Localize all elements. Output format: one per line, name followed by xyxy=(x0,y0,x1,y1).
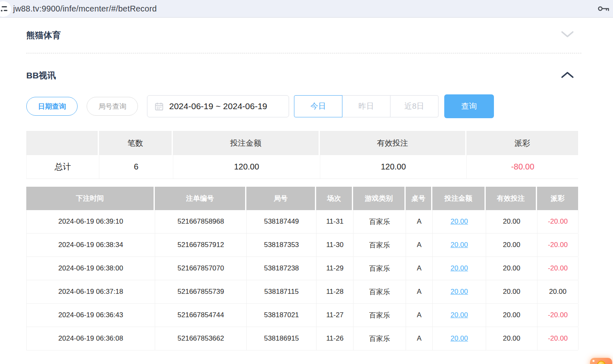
bet-amount-link[interactable]: 20.00 xyxy=(450,264,468,272)
game-type-cell: 百家乐 xyxy=(354,210,406,233)
table-row: 2024-06-19 06:36:08521667853662538186915… xyxy=(27,327,578,350)
bet-amount-cell: 20.00 xyxy=(433,210,486,233)
floating-promo-button[interactable] xyxy=(590,358,612,364)
bet-time-cell: 2024-06-19 06:38:00 xyxy=(27,257,155,280)
summary-bet-amount-value: 120.00 xyxy=(173,155,320,179)
valid-bet-cell: 20.00 xyxy=(486,257,537,280)
valid-bet-cell: 20.00 xyxy=(486,327,537,350)
section-panda-title: 熊猫体育 xyxy=(26,30,61,41)
browser-address-bar[interactable]: jw88.tv:9900/infe/mcenter/#/betRecord xyxy=(0,0,613,18)
session-cell: 11-30 xyxy=(317,234,354,256)
session-cell: 11-26 xyxy=(317,327,354,350)
section-bb-title: BB视讯 xyxy=(26,70,56,81)
table-no-cell: A xyxy=(406,304,433,327)
bet-amount-link[interactable]: 20.00 xyxy=(450,334,468,343)
col-header-table-no: 桌号 xyxy=(406,187,432,210)
valid-bet-cell: 20.00 xyxy=(486,234,537,256)
table-no-cell: A xyxy=(406,234,433,256)
round-no-cell: 538186915 xyxy=(247,327,317,350)
table-row: 2024-06-19 06:38:34521667857912538187353… xyxy=(27,234,578,257)
table-no-cell: A xyxy=(406,280,433,303)
game-type-cell: 百家乐 xyxy=(354,257,406,280)
bet-amount-cell: 20.00 xyxy=(433,327,486,350)
round-no-cell: 538187238 xyxy=(247,257,317,280)
bet-amount-cell: 20.00 xyxy=(433,234,486,256)
col-header-valid-bet: 有效投注 xyxy=(486,187,537,210)
game-type-cell: 百家乐 xyxy=(354,304,406,327)
date-range-value: 2024-06-19 ~ 2024-06-19 xyxy=(169,101,267,111)
bet-amount-cell: 20.00 xyxy=(433,257,486,280)
col-header-session: 场次 xyxy=(316,187,353,210)
bet-amount-cell: 20.00 xyxy=(433,280,486,303)
bet-id-cell: 521667858968 xyxy=(155,210,247,233)
bet-time-cell: 2024-06-19 06:38:34 xyxy=(27,234,155,256)
round-no-cell: 538187353 xyxy=(247,234,317,256)
chevron-up-icon[interactable] xyxy=(561,71,574,80)
chevron-down-icon[interactable] xyxy=(561,31,574,40)
summary-header-valid-bet: 有效投注 xyxy=(320,131,466,155)
site-favicon-icon[interactable] xyxy=(0,1,11,17)
round-no-cell: 538187021 xyxy=(247,304,317,327)
session-cell: 11-31 xyxy=(317,210,354,233)
summary-total-label: 总计 xyxy=(27,155,99,179)
payout-cell: -20.00 xyxy=(537,304,579,327)
summary-payout-value: -80.00 xyxy=(467,155,579,179)
filter-toolbar: 日期查询 局号查询 2024-06-19 ~ 2024-06-19 今日 xyxy=(26,94,578,118)
summary-header-blank xyxy=(26,131,99,155)
query-button[interactable]: 查询 xyxy=(444,94,494,118)
today-button[interactable]: 今日 xyxy=(294,95,342,117)
round-no-cell: 538187449 xyxy=(247,210,317,233)
summary-valid-bet-value: 120.00 xyxy=(320,155,467,179)
bet-amount-link[interactable]: 20.00 xyxy=(450,288,468,296)
table-row: 2024-06-19 06:36:43521667854744538187021… xyxy=(27,304,578,327)
bet-id-cell: 521667853662 xyxy=(155,327,247,350)
sparkle-dot xyxy=(592,360,595,362)
table-no-cell: A xyxy=(406,257,433,280)
bet-time-cell: 2024-06-19 06:37:18 xyxy=(27,280,155,303)
bet-amount-link[interactable]: 20.00 xyxy=(450,241,468,249)
payout-cell: -20.00 xyxy=(537,327,579,350)
summary-total-row: 总计 6 120.00 120.00 -80.00 xyxy=(26,155,578,179)
col-header-payout: 派彩 xyxy=(537,187,578,210)
quick-range-group: 今日 昨日 近8日 xyxy=(294,95,439,117)
summary-header-row: 笔数 投注金额 有效投注 派彩 xyxy=(26,131,578,155)
valid-bet-cell: 20.00 xyxy=(486,210,537,233)
bet-table-header: 下注时间 注单编号 局号 场次 游戏类别 桌号 投注金额 有效投注 派彩 xyxy=(26,187,578,210)
col-header-bet-time: 下注时间 xyxy=(26,187,155,210)
gold-coin-icon xyxy=(597,361,606,364)
table-row: 2024-06-19 06:38:00521667857070538187238… xyxy=(27,257,578,280)
table-row: 2024-06-19 06:37:18521667855739538187115… xyxy=(27,280,578,304)
url-text[interactable]: jw88.tv:9900/infe/mcenter/#/betRecord xyxy=(13,4,157,14)
payout-cell: -20.00 xyxy=(537,210,579,233)
date-range-picker[interactable]: 2024-06-19 ~ 2024-06-19 xyxy=(147,95,289,117)
bet-time-cell: 2024-06-19 06:36:08 xyxy=(27,327,155,350)
bet-time-cell: 2024-06-19 06:39:10 xyxy=(27,210,155,233)
col-header-round-no: 局号 xyxy=(246,187,316,210)
key-icon[interactable] xyxy=(597,5,610,14)
payout-cell: -20.00 xyxy=(537,257,579,280)
session-cell: 11-28 xyxy=(317,280,354,303)
round-no-cell: 538187115 xyxy=(247,280,317,303)
date-query-tab[interactable]: 日期查询 xyxy=(26,97,78,116)
bet-time-cell: 2024-06-19 06:36:43 xyxy=(27,304,155,327)
bet-amount-link[interactable]: 20.00 xyxy=(450,217,468,226)
game-type-cell: 百家乐 xyxy=(354,234,406,256)
summary-header-count: 笔数 xyxy=(99,131,173,155)
session-cell: 11-29 xyxy=(317,257,354,280)
section-bb-video[interactable]: BB视讯 xyxy=(26,53,578,91)
payout-cell: -20.00 xyxy=(537,234,579,256)
bet-amount-cell: 20.00 xyxy=(433,304,486,327)
last-8-days-button[interactable]: 近8日 xyxy=(390,95,439,117)
bet-id-cell: 521667854744 xyxy=(155,304,247,327)
yesterday-button[interactable]: 昨日 xyxy=(342,95,390,117)
round-query-tab[interactable]: 局号查询 xyxy=(87,97,138,116)
game-type-cell: 百家乐 xyxy=(354,327,406,350)
section-panda-sports[interactable]: 熊猫体育 xyxy=(26,18,578,53)
table-no-cell: A xyxy=(406,210,433,233)
valid-bet-cell: 20.00 xyxy=(486,304,537,327)
bet-id-cell: 521667857070 xyxy=(155,257,247,280)
bet-amount-link[interactable]: 20.00 xyxy=(450,311,468,319)
summary-header-payout: 派彩 xyxy=(466,131,578,155)
payout-cell: 20.00 xyxy=(537,280,579,303)
bet-table-body: 2024-06-19 06:39:10521667858968538187449… xyxy=(26,210,578,350)
